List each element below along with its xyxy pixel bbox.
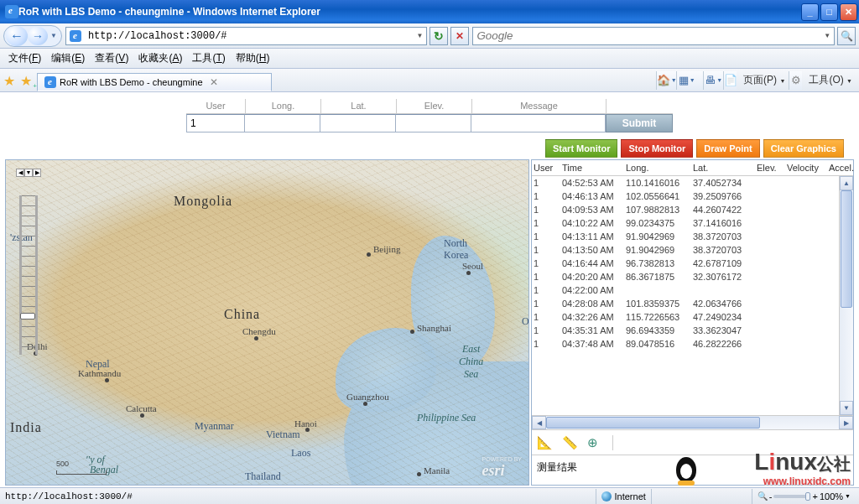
col-long[interactable]: Long. <box>624 160 691 175</box>
table-row[interactable]: 104:28:08 AM101.835937542.0634766 <box>532 297 853 310</box>
address-bar[interactable]: ▼ <box>65 27 428 45</box>
tab-close-icon[interactable]: ✕ <box>210 76 218 88</box>
pan-right-button[interactable]: ▶ <box>33 169 41 177</box>
map[interactable]: Mongolia China India Nepal 'zstan Myanma… <box>5 159 529 486</box>
measure-area-icon[interactable]: 📐 <box>537 435 552 450</box>
add-favorites-icon[interactable]: ★+ <box>20 73 35 88</box>
tab-favicon-icon <box>44 76 56 88</box>
scroll-down-button[interactable]: ▼ <box>840 401 853 415</box>
horizontal-scrollbar[interactable]: ◀ ▶ <box>532 415 853 429</box>
map-label-china: China <box>224 307 260 322</box>
map-label-osa: Osa <box>522 315 529 328</box>
print-button[interactable]: 🖶▼ <box>703 71 723 90</box>
menu-file[interactable]: 文件(F) <box>3 49 46 67</box>
measure-location-icon[interactable]: ⊕ <box>587 435 602 450</box>
address-input[interactable] <box>85 29 414 44</box>
browser-tab[interactable]: RoR with LBS Demo - cheungmine ✕ <box>37 73 272 91</box>
pan-down-button[interactable]: ▼ <box>24 169 33 177</box>
vscroll-thumb[interactable] <box>841 190 852 308</box>
message-input[interactable] <box>471 114 606 132</box>
minimize-button[interactable]: _ <box>801 3 819 21</box>
table-row[interactable]: 104:13:50 AM91.904296938.3720703 <box>532 243 853 257</box>
action-buttons: Start Monitor Stop Monitor Draw Point Cl… <box>5 139 854 158</box>
pan-left-button[interactable]: ◀ <box>16 169 24 177</box>
table-row[interactable]: 104:32:26 AM115.722656347.2490234 <box>532 310 853 324</box>
table-row[interactable]: 104:35:31 AM96.694335933.3623047 <box>532 324 853 337</box>
maximize-button[interactable]: □ <box>820 3 838 21</box>
scroll-up-button[interactable]: ▲ <box>840 176 853 190</box>
status-protected-mode <box>651 489 752 504</box>
refresh-button[interactable]: ↻ <box>430 27 448 45</box>
table-body[interactable]: 104:52:53 AM110.141601637.4052734104:46:… <box>532 176 853 415</box>
table-row[interactable]: 104:22:00 AM <box>532 283 853 297</box>
form-header-lat: Lat. <box>320 99 396 114</box>
zoom-thumb[interactable] <box>20 313 35 320</box>
status-zoom[interactable]: 🔍 -+ 100% ▼ <box>752 489 856 504</box>
map-city-shanghai: Shanghai <box>417 323 451 333</box>
search-box[interactable]: ▼ <box>472 27 835 45</box>
user-input[interactable] <box>186 114 245 132</box>
measure-toolbar: 📐 📏 ⊕ <box>532 429 853 455</box>
table-row[interactable]: 104:37:48 AM89.047851646.2822266 <box>532 337 853 351</box>
submit-button[interactable]: Submit <box>606 114 673 132</box>
draw-point-button[interactable]: Draw Point <box>696 139 759 158</box>
favorites-star-icon[interactable]: ★ <box>3 73 18 88</box>
page-menu[interactable]: 页面(P) ▼ <box>737 73 789 87</box>
tools-menu[interactable]: 工具(O) ▼ <box>802 73 856 87</box>
stop-button[interactable]: ✕ <box>450 27 469 45</box>
nav-history-dropdown[interactable]: ▼ <box>48 32 60 39</box>
search-button[interactable]: 🔍 <box>837 27 856 45</box>
zoom-slider[interactable] <box>19 195 38 355</box>
measure-distance-icon[interactable]: 📏 <box>562 435 577 450</box>
scroll-left-button[interactable]: ◀ <box>532 416 546 429</box>
back-button[interactable]: ← <box>6 26 28 46</box>
map-label-nkorea2: Korea <box>444 249 468 262</box>
vertical-scrollbar[interactable]: ▲ ▼ <box>839 176 853 415</box>
table-row[interactable]: 104:13:11 AM91.904296938.3720703 <box>532 230 853 243</box>
menu-tools[interactable]: 工具(T) <box>187 49 230 67</box>
menu-help[interactable]: 帮助(H) <box>231 49 275 67</box>
form-header-long: Long. <box>245 99 320 114</box>
status-bar: http://localhost:3000/# Internet 🔍 -+ 10… <box>0 487 859 504</box>
address-dropdown[interactable]: ▼ <box>413 32 426 39</box>
clear-graphics-button[interactable]: Clear Graphics <box>763 139 844 158</box>
col-time[interactable]: Time <box>560 160 624 175</box>
table-row[interactable]: 104:52:53 AM110.141601637.4052734 <box>532 176 853 190</box>
tools-menu-icon: ⚙ <box>789 71 802 90</box>
table-row[interactable]: 104:46:13 AM102.055664139.2509766 <box>532 190 853 203</box>
search-dropdown[interactable]: ▼ <box>821 32 834 39</box>
close-button[interactable]: ✕ <box>840 3 857 21</box>
forward-button[interactable]: → <box>28 27 48 45</box>
menu-edit[interactable]: 编辑(E) <box>46 49 90 67</box>
elev-input[interactable] <box>396 114 471 132</box>
col-velocity[interactable]: Velocity <box>785 160 827 175</box>
feeds-button[interactable]: ▦▼ <box>676 71 696 90</box>
table-row[interactable]: 104:10:22 AM99.023437537.1416016 <box>532 216 853 230</box>
map-scale: 500 <box>56 460 107 476</box>
stop-monitor-button[interactable]: Stop Monitor <box>621 139 693 158</box>
table-row[interactable]: 104:09:53 AM107.988281344.2607422 <box>532 203 853 216</box>
menu-favorites[interactable]: 收藏夹(A) <box>133 49 187 67</box>
table-row[interactable]: 104:20:20 AM86.367187532.3076172 <box>532 270 853 283</box>
menu-view[interactable]: 查看(V) <box>90 49 133 67</box>
map-city-hanoi: Hanoi <box>294 418 317 429</box>
table-row[interactable]: 104:16:44 AM96.738281342.6787109 <box>532 257 853 270</box>
search-input[interactable] <box>473 28 820 44</box>
map-label-philsea: Philippine Sea <box>417 412 476 424</box>
scroll-right-button[interactable]: ▶ <box>839 416 853 429</box>
status-zone[interactable]: Internet <box>596 489 651 504</box>
long-input[interactable] <box>245 114 320 132</box>
col-lat[interactable]: Lat. <box>691 160 755 175</box>
page-content: User Long. Lat. Elev. Message Submit Sta… <box>0 92 859 487</box>
map-city-beijing: Beijing <box>373 244 400 254</box>
lat-input[interactable] <box>320 114 396 132</box>
col-accel[interactable]: Accel. <box>827 160 859 175</box>
page-menu-icon: 📄 <box>723 71 737 90</box>
col-elev[interactable]: Elev. <box>755 160 785 175</box>
map-zoom-control[interactable]: ▲ ◀ ▶ ▼ <box>16 169 41 356</box>
hscroll-thumb[interactable] <box>546 417 760 429</box>
nav-toolbar: ← → ▼ ▼ ↻ ✕ ▼ 🔍 <box>0 23 859 49</box>
start-monitor-button[interactable]: Start Monitor <box>545 139 617 158</box>
home-button[interactable]: 🏠▼ <box>656 71 676 90</box>
col-user[interactable]: User <box>532 160 560 175</box>
